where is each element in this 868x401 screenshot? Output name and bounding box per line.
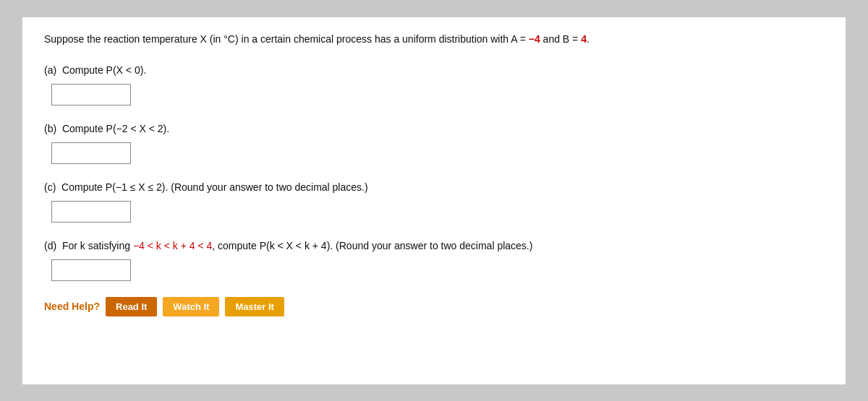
part-b: (b) Compute P(−2 < X < 2).	[44, 121, 824, 164]
k-constraint: −4 < k < k + 4 < 4	[133, 240, 212, 251]
problem-introduction: Suppose the reaction temperature X (in °…	[44, 32, 824, 47]
part-b-input[interactable]	[51, 142, 131, 164]
b-value: 4	[581, 33, 587, 45]
watch-it-button[interactable]: Watch It	[163, 297, 219, 316]
part-c: (c) Compute P(−1 ≤ X ≤ 2). (Round your a…	[44, 180, 824, 223]
part-a-input[interactable]	[51, 84, 131, 105]
part-a-label: (a) Compute P(X < 0).	[44, 63, 824, 78]
read-it-button[interactable]: Read It	[106, 297, 157, 316]
part-d: (d) For k satisfying −4 < k < k + 4 < 4,…	[44, 238, 824, 281]
part-d-input[interactable]	[51, 259, 131, 281]
master-it-button[interactable]: Master It	[225, 297, 284, 316]
part-b-label: (b) Compute P(−2 < X < 2).	[44, 121, 824, 137]
part-a: (a) Compute P(X < 0).	[44, 63, 824, 105]
part-d-label: (d) For k satisfying −4 < k < k + 4 < 4,…	[44, 238, 824, 254]
need-help-label: Need Help?	[44, 301, 100, 312]
part-c-label: (c) Compute P(−1 ≤ X ≤ 2). (Round your a…	[44, 180, 824, 195]
a-value: −4	[529, 33, 540, 45]
need-help-section: Need Help? Read It Watch It Master It	[44, 297, 824, 316]
main-content-panel: Suppose the reaction temperature X (in °…	[22, 17, 846, 385]
part-c-input[interactable]	[51, 201, 131, 223]
